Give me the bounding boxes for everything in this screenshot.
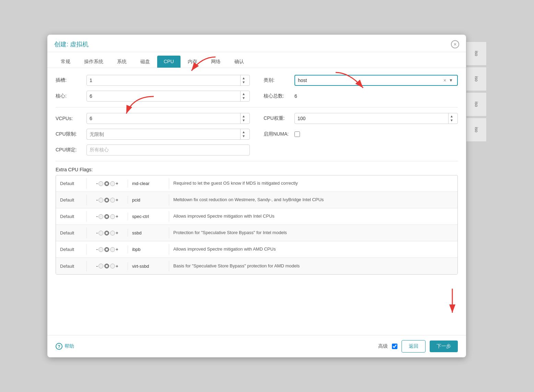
cpu-bind-placeholder: 所有核心 [90, 147, 109, 153]
tab-cpu[interactable]: CPU [157, 56, 181, 68]
footer: ? 帮助 高级 返回 下一步 [47, 335, 466, 357]
help-label[interactable]: 帮助 [65, 343, 74, 349]
cpu-weight-row: CPU权重: ▲ ▼ [264, 113, 458, 124]
core-row: 核心: ▲ ▼ [56, 91, 250, 102]
flag-3-default: Default [56, 228, 87, 238]
flag-0-toggle[interactable]: - + [87, 180, 128, 187]
flag-1-toggle-group: - + [96, 197, 118, 203]
socket-spin-up[interactable]: ▲ [241, 76, 247, 80]
flag-0-radio-off-1 [98, 181, 103, 186]
main-dialog: 创建: 虚拟机 × 常规 操作系统 系统 磁盘 CPU 内存 网络 确认 插槽: [47, 35, 466, 357]
flag-1-toggle[interactable]: - + [87, 196, 128, 204]
flag-0-radio-off-2 [110, 181, 115, 186]
socket-spinner: ▲ ▼ [240, 75, 247, 85]
cpu-weight-spinner: ▲ ▼ [448, 113, 455, 124]
flag-3-minus: - [96, 230, 98, 235]
cpu-weight-spin-up[interactable]: ▲ [449, 114, 455, 118]
cpu-weight-spin-down[interactable]: ▼ [449, 118, 455, 123]
tab-confirm[interactable]: 确认 [228, 56, 251, 68]
flag-0-minus: - [96, 181, 98, 186]
vcpus-input[interactable] [90, 116, 240, 121]
socket-spin-down[interactable]: ▼ [241, 80, 247, 84]
flag-row-2: Default - + [56, 208, 457, 225]
flag-3-toggle[interactable]: - + [87, 229, 128, 237]
flag-5-desc: Basis for "Speculative Store Bypass" pro… [169, 260, 457, 272]
flag-0-radio-on [104, 181, 109, 186]
flag-4-radio-on [104, 247, 109, 252]
flag-3-toggle-group: - + [96, 230, 118, 235]
tab-network[interactable]: 网络 [205, 56, 227, 68]
cpu-bind-row: CPU绑定: 所有核心 [56, 145, 250, 155]
flag-5-name: virt-ssbd [128, 261, 169, 272]
socket-label: 插槽: [56, 77, 83, 83]
socket-input[interactable] [90, 78, 240, 83]
tab-general[interactable]: 常规 [54, 56, 77, 68]
flag-2-toggle[interactable]: - + [87, 212, 128, 220]
vcpus-spin-up[interactable]: ▲ [241, 114, 247, 118]
flag-5-plus: + [116, 264, 118, 269]
flag-0-plus: + [116, 181, 118, 186]
flag-2-minus: - [96, 214, 98, 219]
flag-5-toggle[interactable]: - + [87, 262, 128, 270]
flag-4-radio-off-1 [98, 247, 103, 252]
flag-0-name: md-clear [128, 178, 169, 189]
cpu-limit-input[interactable] [90, 131, 240, 137]
tab-memory[interactable]: 内存 [181, 56, 204, 68]
numa-checkbox[interactable] [294, 131, 300, 137]
next-button[interactable]: 下一步 [430, 341, 458, 352]
advanced-checkbox[interactable] [392, 344, 397, 349]
flag-2-default: Default [56, 211, 87, 222]
tab-os[interactable]: 操作系统 [78, 56, 110, 68]
flags-scroll-area[interactable]: Default - + [56, 175, 458, 275]
core-input[interactable] [90, 93, 240, 99]
flag-1-plus: + [116, 197, 118, 203]
cpu-limit-spin-up[interactable]: ▲ [241, 130, 247, 134]
flag-2-plus: + [116, 214, 118, 219]
core-spin-down[interactable]: ▼ [241, 96, 247, 100]
flag-4-minus: - [96, 247, 98, 252]
flag-3-name: ssbd [128, 228, 169, 238]
close-button[interactable]: × [451, 40, 459, 48]
cpu-limit-control: ▲ ▼ [86, 129, 250, 140]
core-label: 核心: [56, 93, 83, 99]
vcpus-control: ▲ ▼ [86, 113, 250, 124]
type-dropdown-button[interactable]: ▼ [448, 78, 454, 83]
total-cores-row: 核心总数: 6 [264, 91, 458, 102]
tab-disk[interactable]: 磁盘 [134, 56, 156, 68]
core-spin-up[interactable]: ▲ [241, 92, 247, 96]
sidebar-iso-3: iso [466, 118, 487, 142]
type-control: × ▼ [294, 75, 458, 86]
flag-4-toggle[interactable]: - + [87, 245, 128, 253]
type-input[interactable] [298, 78, 442, 83]
vcpus-spin-down[interactable]: ▼ [241, 118, 247, 123]
right-sidebar: iso iso iso iso [466, 35, 487, 357]
vcpus-spinner: ▲ ▼ [240, 113, 247, 124]
flag-4-radio-off-2 [110, 247, 115, 252]
flag-row-0: Default - + [56, 175, 457, 192]
vcpus-row: VCPUs: ▲ ▼ [56, 113, 250, 124]
form-section-1: 插槽: ▲ ▼ 类别: × ▼ [56, 75, 458, 107]
flag-3-radio-off-1 [98, 231, 103, 235]
flag-5-radio-group [98, 264, 115, 268]
flag-4-plus: + [116, 247, 118, 252]
cpu-weight-input[interactable] [298, 116, 448, 121]
title-bar: 创建: 虚拟机 × [47, 35, 466, 52]
flag-3-desc: Protection for "Speculative Store Bypass… [169, 227, 457, 239]
core-control: ▲ ▼ [86, 91, 250, 102]
flag-row-4: Default - + [56, 241, 457, 258]
flag-1-desc: Meltdown fix cost reduction on Westmere,… [169, 194, 457, 206]
flag-5-default: Default [56, 261, 87, 272]
type-clear-button[interactable]: × [442, 78, 448, 83]
type-label: 类别: [264, 77, 291, 83]
cpu-weight-control: ▲ ▼ [294, 113, 458, 124]
flag-1-minus: - [96, 197, 98, 203]
cpu-limit-spin-down[interactable]: ▼ [241, 134, 247, 138]
flag-5-radio-off-1 [98, 264, 103, 268]
cpu-bind-control: 所有核心 [86, 145, 250, 155]
tab-system[interactable]: 系统 [111, 56, 133, 68]
content-area: 插槽: ▲ ▼ 类别: × ▼ [47, 68, 466, 335]
footer-right: 高级 返回 下一步 [378, 340, 458, 353]
sidebar-iso-1: iso [466, 67, 487, 91]
flags-section: Extra CPU Flags: Default - [56, 167, 458, 328]
back-button[interactable]: 返回 [402, 340, 426, 353]
